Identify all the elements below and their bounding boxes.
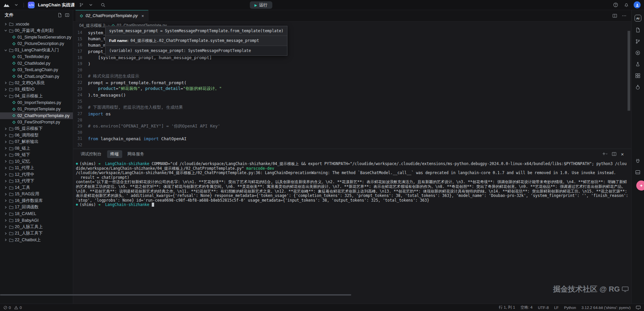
tree-folder-03_模型IO[interactable]: 03_模型IO — [0, 86, 73, 93]
remote-display-icon[interactable] — [636, 306, 641, 310]
code-line-22[interactable]: 22prompt = prompt_template.format_prompt… — [73, 80, 631, 86]
tree-file-02_ChatPromptTemplate.py[interactable]: 02_ChatPromptTemplate.py — [0, 112, 73, 119]
cursor-position[interactable]: 行 1, 列 1 — [499, 305, 515, 310]
help-icon[interactable] — [612, 2, 619, 8]
tree-folder-08_链上[interactable]: 08_链上 — [0, 145, 73, 152]
tab-debug-console[interactable]: 调试控制台 — [77, 150, 105, 158]
target-icon[interactable] — [635, 50, 641, 56]
close-tab-icon[interactable]: × — [141, 13, 144, 18]
fork-icon[interactable] — [78, 2, 85, 8]
tree-folder-22_Chatbot上[interactable]: 22_Chatbot上 — [0, 237, 73, 244]
more-actions-icon[interactable] — [622, 13, 627, 18]
tree-folder-11_代理上[interactable]: 11_代理上 — [0, 165, 73, 171]
horizontal-scrollbar[interactable] — [0, 294, 351, 296]
tree-folder-00_开篇词_奇点时刻[interactable]: 00_开篇词_奇点时刻 — [0, 28, 73, 34]
project-badge-icon[interactable]: </> — [28, 2, 35, 8]
tab-network-service[interactable]: 网络服务 — [124, 150, 148, 158]
run-button[interactable]: ▶ 运行 — [250, 1, 272, 9]
indentation[interactable]: 空格: 4 — [520, 305, 533, 310]
workspace-logo-icon[interactable] — [3, 2, 10, 8]
tree-folder-01_LangChain快速入门[interactable]: 01_LangChain快速入门 — [0, 47, 73, 54]
tree-file-02_ChatModel.py[interactable]: 02_ChatModel.py — [0, 60, 73, 67]
tree-folder-16_操作数据库[interactable]: 16_操作数据库 — [0, 198, 73, 204]
tree-file-01_SimpleTextGeneration.py[interactable]: 01_SimpleTextGeneration.py — [0, 34, 73, 41]
tree-file-01_PromptTemplate.py[interactable]: 01_PromptTemplate.py — [0, 106, 73, 113]
user-avatar[interactable] — [634, 1, 641, 8]
tree-folder-06_调用模型[interactable]: 06_调用模型 — [0, 132, 73, 139]
breadcrumb-folder[interactable]: 04_提示模板上 — [79, 23, 106, 29]
tree-folder-15_RAG应用[interactable]: 15_RAG应用 — [0, 191, 73, 198]
tree-file-04_ChatLongChain.py[interactable]: 04_ChatLongChain.py — [0, 73, 73, 80]
tree-folder-02_文档QA系统[interactable]: 02_文档QA系统 — [0, 80, 73, 87]
file-copy-icon[interactable] — [635, 27, 641, 33]
tree-file-00_ImportTemplates.py[interactable]: 00_ImportTemplates.py — [0, 99, 73, 106]
tree-item-label: 13_代理下 — [15, 178, 34, 184]
explorer-header-actions — [57, 13, 70, 17]
git-branch-icon[interactable] — [635, 38, 641, 44]
tab-terminal[interactable]: 终端 — [107, 150, 122, 158]
tree-item-label: 04_ChatLongChain.py — [17, 74, 59, 79]
code-line-24[interactable]: 24).to_messages() — [73, 92, 631, 98]
code-line-28[interactable]: 28 — [73, 117, 631, 123]
vertical-scrollbar[interactable] — [628, 31, 630, 111]
tree-item-label: 07_解析输出 — [15, 139, 39, 145]
split-panel-icon[interactable] — [612, 152, 616, 156]
tree-folder-17_回调函数[interactable]: 17_回调函数 — [0, 204, 73, 211]
chevron-down-icon[interactable] — [13, 2, 19, 8]
code-line-25[interactable]: 25 — [73, 98, 631, 105]
plug-icon[interactable] — [635, 158, 641, 164]
code-line-21[interactable]: 21# 格式化提示消息生成提示 — [73, 73, 631, 80]
new-file-icon[interactable] — [57, 13, 62, 17]
tree-file-03_FewShotPrompt.py[interactable]: 03_FewShotPrompt.py — [0, 119, 73, 126]
tree-folder-21_人脉工具下[interactable]: 21_人脉工具下 — [0, 230, 73, 237]
split-editor-icon[interactable] — [612, 13, 617, 18]
layout-panel-icon[interactable] — [635, 169, 641, 175]
tree-file-01_TextModel.py[interactable]: 01_TextModel.py — [0, 54, 73, 60]
tree-folder-12_代理中[interactable]: 12_代理中 — [0, 171, 73, 178]
tree-folder-18_CAMEL[interactable]: 18_CAMEL — [0, 211, 73, 217]
tree-folder-13_代理下[interactable]: 13_代理下 — [0, 178, 73, 185]
code-line-30[interactable]: 30 — [73, 129, 631, 136]
tree-folder-14_工具[interactable]: 14_工具 — [0, 185, 73, 191]
python-interpreter[interactable]: 3.12.2 64-bit ('shims': pyenv) — [582, 306, 631, 310]
encoding[interactable]: UTF-8 — [538, 306, 549, 310]
chevron-down-icon[interactable] — [88, 2, 94, 8]
code-line-31[interactable]: 31from langchain_openai import ChatOpenA… — [73, 136, 631, 142]
tree-folder-04_提示模板上[interactable]: 04_提示模板上 — [0, 93, 73, 100]
code-line-19[interactable]: 19) — [73, 61, 631, 67]
terminal-output[interactable]: (shims) ➜ LangChain-shizhanke COMMAND="c… — [73, 159, 631, 304]
assistant-fab[interactable]: ✦ — [636, 180, 644, 191]
terminal-cursor[interactable] — [152, 203, 154, 207]
code-line-content: product="鲜花装饰", product_detail="创新的鲜花设计。… — [88, 86, 222, 92]
tab-02_ChatPromptTemplate[interactable]: 02_ChatPromptTemplate.py × — [76, 10, 148, 21]
tree-file-02_PictureDescription.py[interactable]: 02_PictureDescription.py — [0, 41, 73, 47]
tree-file-03_TextLangChain.py[interactable]: 03_TextLangChain.py — [0, 67, 73, 73]
ai-assistant-icon[interactable]: AI — [635, 15, 641, 21]
tree-folder-10_记忆[interactable]: 10_记忆 — [0, 158, 73, 165]
extensions-grid-icon[interactable] — [635, 72, 641, 79]
problems-indicator[interactable]: 0 0 — [3, 306, 22, 310]
close-panel-icon[interactable]: × — [621, 151, 624, 157]
tree-folder-19_BabyAGI[interactable]: 19_BabyAGI — [0, 217, 73, 224]
tree-folder-07_解析输出[interactable]: 07_解析输出 — [0, 139, 73, 145]
code-line-26[interactable]: 26# 下面调用模型, 把提示消息传入模型, 生成结果 — [73, 104, 631, 111]
tree-folder-.vscode[interactable]: .vscode — [0, 21, 73, 28]
new-terminal-icon[interactable] — [602, 152, 607, 156]
tree-folder-20_人脉工具上[interactable]: 20_人脉工具上 — [0, 224, 73, 230]
language-mode[interactable]: Python — [564, 306, 576, 310]
new-folder-icon[interactable] — [65, 13, 70, 17]
search-icon[interactable] — [100, 2, 106, 8]
tree-item-label: 06_调用模型 — [15, 133, 39, 138]
code-line-20[interactable]: 20 — [73, 67, 631, 73]
code-line-27[interactable]: 27import os — [73, 111, 631, 117]
tree-folder-09_链下[interactable]: 09_链下 — [0, 152, 73, 158]
code-line-23[interactable]: 23 product="鲜花装饰", product_detail="创新的鲜花… — [73, 86, 631, 92]
code-line-29[interactable]: 29# os.environ["OPENAI_API_KEY"] = '你的Op… — [73, 123, 631, 129]
beaker-icon[interactable] — [635, 61, 641, 67]
tree-folder-05_提示模板下[interactable]: 05_提示模板下 — [0, 125, 73, 132]
code-line-32[interactable]: 32 — [73, 142, 631, 148]
folder-icon — [9, 160, 13, 163]
flask-icon[interactable] — [635, 84, 641, 90]
bell-icon[interactable] — [623, 2, 630, 8]
eol-sequence[interactable]: LF — [554, 306, 558, 310]
